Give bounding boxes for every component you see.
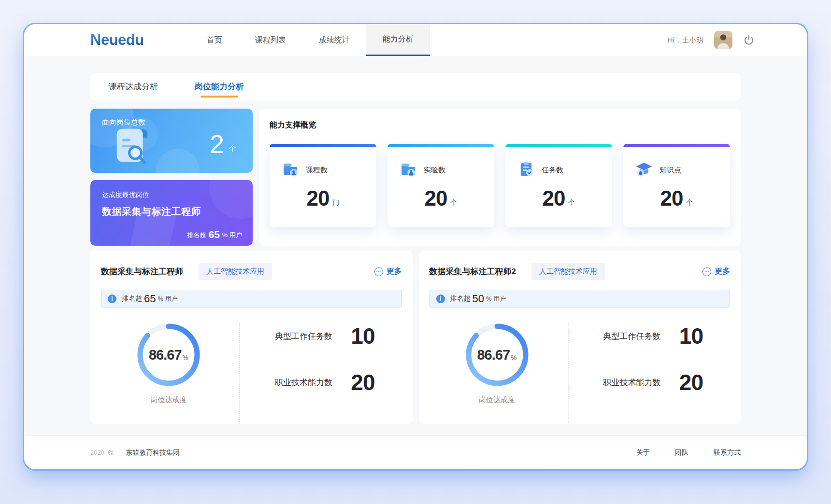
rank-value: 65 [144, 294, 156, 304]
nav-item-grades[interactable]: 成绩统计 [302, 24, 366, 56]
footer-link-about[interactable]: 关于 [636, 448, 650, 457]
nav-item-courses[interactable]: 课程列表 [239, 24, 302, 56]
stat-row-tasks: 典型工作任务数 10 [603, 325, 703, 347]
overview-card-unit: 个 [568, 198, 575, 209]
best-position-name: 数据采集与标注工程师 [102, 205, 241, 218]
task-clipboard-icon [517, 160, 535, 180]
ability-overview-panel: 能力支撑概览 [259, 109, 741, 246]
overview-card-unit: 个 [686, 198, 693, 209]
best-position-card: 达成度最优岗位 数据采集与标注工程师 排名超 65 % 用户 [90, 180, 253, 246]
stat-row-skills: 职业技术能力数 20 [275, 371, 375, 393]
nav-item-ability[interactable]: 能力分析 [366, 24, 430, 56]
overview-card-label: 知识点 [659, 166, 681, 175]
dotted-divider [568, 323, 569, 423]
user-greeting: Hi，王小明 [668, 36, 703, 45]
accent-bar [387, 144, 494, 147]
ellipsis-circle-icon: … [702, 267, 711, 276]
tab-course-achievement[interactable]: 课程达成分析 [109, 73, 158, 100]
rank-value: 50 [473, 294, 484, 304]
overview-card-label: 实验数 [424, 166, 445, 175]
graduation-cap-icon [635, 160, 653, 180]
position-card-2: 数据采集与标注工程师2 人工智能技术应用 … 更多 i 排名超 50 % 用户 [419, 251, 741, 424]
accent-bar [623, 144, 730, 147]
position-title: 数据采集与标注工程师 [101, 266, 183, 277]
overview-card-unit: 个 [450, 198, 457, 209]
overview-card-label: 课程数 [306, 166, 328, 175]
nav-item-home[interactable]: 首页 [190, 24, 239, 56]
more-button[interactable]: … 更多 [702, 266, 730, 277]
footer-link-contact[interactable]: 联系方式 [714, 448, 741, 457]
dotted-divider [239, 323, 240, 423]
main-nav: 首页 课程列表 成绩统计 能力分析 [190, 24, 430, 56]
total-positions-unit: 个 [229, 144, 236, 157]
achievement-donut: 86.67 % 岗位达成度 [101, 320, 236, 423]
overview-card-value: 20 [307, 188, 330, 209]
overview-card-value: 20 [425, 188, 447, 209]
position-card-1: 数据采集与标注工程师 人工智能技术应用 … 更多 i 排名超 65 % 用户 [90, 251, 413, 424]
logout-power-icon[interactable] [743, 34, 755, 46]
footer: 2020 © 东软教育科技集团 关于 团队 联系方式 [24, 435, 807, 469]
overview-card-label: 任务数 [542, 166, 563, 175]
footer-company: 东软教育科技集团 [126, 448, 180, 457]
overview-card-tasks[interactable]: 任务数 20 个 [505, 144, 612, 227]
more-button[interactable]: … 更多 [374, 266, 402, 277]
course-folder-icon [281, 160, 300, 180]
app-window: Neuedu 首页 课程列表 成绩统计 能力分析 Hi，王小明 [23, 23, 808, 471]
ellipsis-circle-icon: … [374, 267, 383, 276]
user-zone: Hi，王小明 [668, 24, 755, 56]
ability-overview-title: 能力支撑概览 [270, 120, 730, 130]
document-search-icon [109, 124, 159, 170]
copyright-icon: © [108, 449, 113, 457]
main-content: 课程达成分析 岗位能力分析 面向岗位总数 [24, 56, 807, 435]
best-position-rank: 排名超 65 % 用户 [187, 229, 242, 239]
info-icon: i [108, 294, 116, 303]
analysis-tabbar: 课程达成分析 岗位能力分析 [90, 73, 741, 100]
top-navigation-bar: Neuedu 首页 课程列表 成绩统计 能力分析 Hi，王小明 [24, 24, 807, 56]
position-major-tag[interactable]: 人工智能技术应用 [531, 263, 605, 280]
overview-card-value: 20 [660, 188, 683, 209]
avatar-image [714, 31, 732, 49]
overview-card-knowledge[interactable]: 知识点 20 个 [623, 144, 730, 227]
overview-card-experiments[interactable]: 实验数 20 个 [387, 144, 494, 227]
rank-banner: i 排名超 65 % 用户 [101, 290, 402, 308]
total-positions-card: 面向岗位总数 2 个 [90, 109, 253, 173]
info-icon: i [436, 294, 445, 303]
donut-caption: 岗位达成度 [151, 395, 187, 405]
accent-bar [505, 144, 612, 147]
stat-row-tasks: 典型工作任务数 10 [275, 325, 375, 347]
user-avatar[interactable] [714, 31, 732, 49]
best-position-title: 达成度最优岗位 [102, 191, 241, 199]
footer-year: 2020 [90, 449, 104, 456]
achievement-donut: 86.67 % 岗位达成度 [430, 320, 565, 423]
overview-card-courses[interactable]: 课程数 20 门 [270, 144, 376, 227]
circle-decoration [156, 149, 200, 173]
donut-percent: 86.67 [477, 347, 510, 363]
position-major-tag[interactable]: 人工智能技术应用 [199, 263, 272, 280]
overview-card-value: 20 [543, 188, 565, 209]
tab-position-ability[interactable]: 岗位能力分析 [195, 73, 244, 100]
neuedu-logo[interactable]: Neuedu [90, 31, 144, 49]
donut-percent: 86.67 [149, 347, 182, 363]
total-positions-value: 2 [210, 131, 224, 157]
donut-caption: 岗位达成度 [479, 395, 515, 405]
overview-card-unit: 门 [332, 198, 339, 209]
position-title: 数据采集与标注工程师2 [430, 266, 516, 277]
experiment-folder-icon [399, 160, 417, 180]
accent-bar [270, 144, 376, 147]
rank-banner: i 排名超 50 % 用户 [430, 290, 731, 308]
footer-link-team[interactable]: 团队 [675, 448, 688, 457]
stat-row-skills: 职业技术能力数 20 [603, 371, 703, 393]
